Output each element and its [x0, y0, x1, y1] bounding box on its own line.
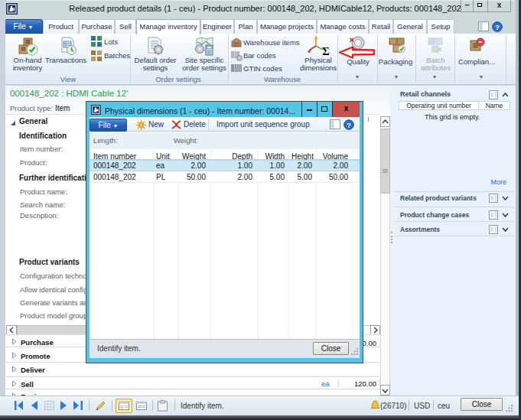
svg-text:?: ?: [347, 121, 351, 129]
svg-text:?: ?: [495, 23, 500, 31]
